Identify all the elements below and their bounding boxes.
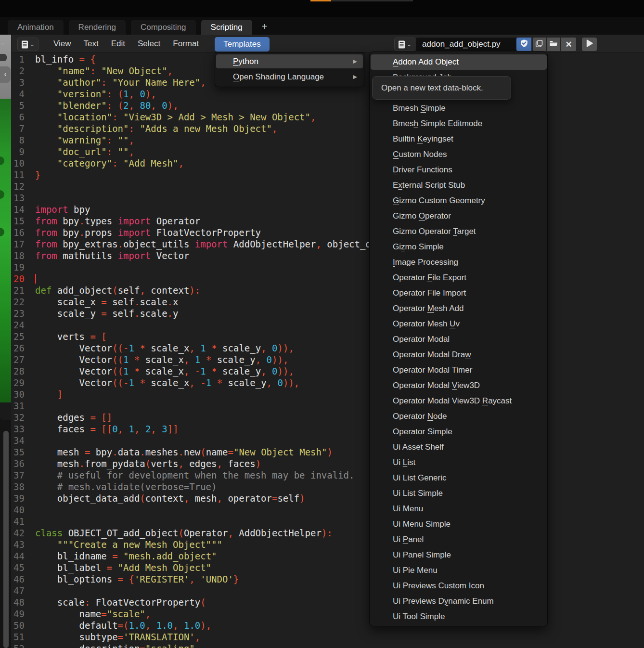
template-item-operator-file-export[interactable]: Operator File Export [371,270,547,285]
run-script-button[interactable] [582,38,597,51]
code-line: 47 [12,585,644,596]
template-item-ui-previews-custom-icon[interactable]: Ui Previews Custom Icon [371,578,547,594]
code-text: bl_idname = "mesh.add_object" [35,550,217,562]
code-line: 37 # useful for development when the mes… [12,469,644,481]
templates-menu-button[interactable]: Templates [215,37,270,52]
new-text-button[interactable] [533,38,546,51]
code-text: bl_label = "Add Mesh Object" [35,562,211,573]
template-item-ui-previews-dynamic-enum[interactable]: Ui Previews Dynamic Enum [371,594,547,609]
template-item-operator-mesh-add[interactable]: Operator Mesh Add [371,301,547,316]
code-line: 44 bl_idname = "mesh.add_object" [12,550,644,562]
add-workspace-button[interactable]: + [258,20,272,35]
chevron-down-icon: ⌄ [30,42,34,47]
template-item-ui-panel[interactable]: Ui Panel [371,532,547,547]
line-number: 52 [12,643,25,648]
code-line: 38 # mesh.validate(verbose=True) [12,481,644,492]
templates-item-open-shading-language[interactable]: Open Shading Language▶ [216,70,363,84]
editor-type-button[interactable]: ⌄ [17,38,39,51]
template-item-gizmo-operator-target[interactable]: Gizmo Operator Target [371,224,547,239]
template-item-operator-modal-timer[interactable]: Operator Modal Timer [371,363,547,378]
code-line: 15from bpy.types import Operator [12,215,644,227]
template-item-operator-node[interactable]: Operator Node [371,409,547,424]
register-toggle-button[interactable] [516,38,531,51]
code-text: import bpy [35,204,90,215]
line-number: 12 [12,181,25,192]
tooltip-text: Open a new text data-block. [381,83,483,92]
template-item-operator-modal-view3d-raycast[interactable]: Operator Modal View3D Raycast [371,393,547,409]
template-item-addon-add-object[interactable]: Addon Add Object [371,54,547,70]
template-item-operator-file-import[interactable]: Operator File Import [371,285,547,301]
template-item-operator-mesh-uv[interactable]: Operator Mesh Uv [371,316,547,332]
template-item-ui-tool-simple[interactable]: Ui Tool Simple [371,609,547,624]
template-item-gizmo-custom-geometry[interactable]: Gizmo Custom Geometry [371,193,547,208]
code-text: # useful for development when the mesh m… [35,469,354,481]
unlink-text-button[interactable]: ✕ [561,38,576,51]
template-item-ui-menu[interactable]: Ui Menu [371,501,547,517]
template-item-ui-pie-menu[interactable]: Ui Pie Menu [371,563,547,578]
template-item-ui-list[interactable]: Ui List [371,455,547,470]
line-number: 13 [12,192,25,204]
menu-format[interactable]: Format [173,39,199,49]
template-item-image-processing[interactable]: Image Processing [371,255,547,270]
code-text: bl_options = {'REGISTER', 'UNDO'} [35,573,239,585]
workspace-tab-scripting[interactable]: Scripting [201,20,252,35]
code-line: 39 object_data_add(context, mesh, operat… [12,492,644,504]
code-area[interactable]: 1bl_info = {2 "name": "New Object",3 "au… [12,53,644,648]
template-item-driver-functions[interactable]: Driver Functions [371,162,547,178]
menu-text[interactable]: Text [84,39,99,49]
line-number: 51 [12,631,25,643]
line-number: 26 [12,342,25,354]
text-name-field[interactable]: addon_add_object.py [416,38,516,51]
template-item-operator-simple[interactable]: Operator Simple [371,424,547,440]
text-editor-header: ⌄ ViewTextEditSelectFormat Templates ⌄ a… [12,35,644,53]
code-line: 21def add_object(self, context): [12,285,644,296]
left-scrollbar[interactable] [3,431,9,648]
code-text: "author": "Your Name Here", [35,77,206,88]
template-item-ui-menu-simple[interactable]: Ui Menu Simple [371,517,547,532]
template-item-gizmo-operator[interactable]: Gizmo Operator [371,208,547,224]
templates-item-python[interactable]: Python▶ [216,54,363,68]
sidebar-collapse-handle[interactable]: ‹ [0,66,11,83]
template-item-external-script-stub[interactable]: External Script Stub [371,178,547,193]
line-number: 39 [12,492,25,504]
text-datablock-selector[interactable]: ⌄ [394,38,415,51]
code-line: 20 [12,273,644,285]
viewport-blob [0,228,4,236]
template-item-ui-asset-shelf[interactable]: Ui Asset Shelf [371,440,547,455]
template-item-ui-panel-simple[interactable]: Ui Panel Simple [371,547,547,563]
workspace-tab-rendering[interactable]: Rendering [69,20,126,35]
line-number: 3 [12,77,25,88]
template-item-operator-modal-view3d[interactable]: Operator Modal View3D [371,378,547,393]
template-item-bmesh-simple[interactable]: Bmesh Simple [371,101,547,116]
code-line: 22 scale_x = self.scale.x [12,296,644,308]
viewport-green-object [0,99,11,402]
code-line: 30 ] [12,389,644,400]
workspace-tab-compositing[interactable]: Compositing [131,20,196,35]
template-item-builtin-keyingset[interactable]: Builtin Keyingset [371,131,547,147]
close-icon: ✕ [565,39,572,50]
menu-edit[interactable]: Edit [111,39,125,49]
code-text: """Create a new Mesh Object""" [35,539,222,550]
viewport-edge-sliver: ⌄ ‹ [0,35,11,648]
code-line: 41 [12,516,644,527]
code-text: Vector((1 * scale_x, 1 * scale_y, 0)), [35,354,288,365]
line-number: 20 [12,273,25,285]
viewport-mini-tab [0,54,7,61]
template-item-ui-list-simple[interactable]: Ui List Simple [371,486,547,501]
code-line: 7 "description": "Adds a new Mesh Object… [12,123,644,134]
submenu-arrow-icon: ▶ [353,70,357,84]
template-item-custom-nodes[interactable]: Custom Nodes [371,147,547,162]
template-item-operator-modal-draw[interactable]: Operator Modal Draw [371,347,547,363]
menu-select[interactable]: Select [138,39,160,49]
open-text-button[interactable] [547,38,560,51]
code-text: name="scale", [35,608,151,620]
workspace-tab-animation[interactable]: Animation [8,20,64,35]
template-item-ui-list-generic[interactable]: Ui List Generic [371,470,547,486]
template-item-gizmo-simple[interactable]: Gizmo Simple [371,239,547,255]
code-text: "doc_url": "", [35,146,134,157]
line-number: 14 [12,204,25,215]
code-line: 6 "location": "View3D > Add > Mesh > New… [12,111,644,123]
template-item-bmesh-simple-editmode[interactable]: Bmesh Simple Editmode [371,116,547,131]
menu-view[interactable]: View [53,39,71,49]
template-item-operator-modal[interactable]: Operator Modal [371,332,547,347]
